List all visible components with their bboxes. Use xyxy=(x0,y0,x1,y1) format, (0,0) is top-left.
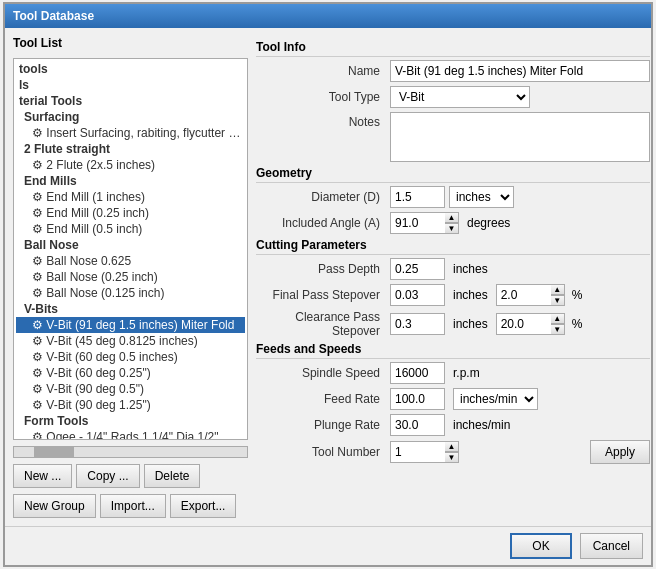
new-button[interactable]: New ... xyxy=(13,464,72,488)
final-pass-row: Final Pass Stepover inches ▲ ▼ % xyxy=(256,284,650,306)
final-pass-pct-input[interactable] xyxy=(496,284,551,306)
final-pass-pct-up-btn[interactable]: ▲ xyxy=(551,284,565,295)
feeds-section: Feeds and Speeds xyxy=(256,342,650,359)
clearance-pct-input[interactable] xyxy=(496,313,551,335)
tool-num-down-btn[interactable]: ▼ xyxy=(445,452,459,463)
button-row-2: New Group Import... Export... xyxy=(13,494,248,518)
delete-button[interactable]: Delete xyxy=(144,464,201,488)
scrollbar-thumb xyxy=(34,447,74,457)
clearance-pct-label: % xyxy=(572,317,583,331)
item-2flute[interactable]: ⚙ 2 Flute (2x.5 inches) xyxy=(16,157,245,173)
item-ballnose0125[interactable]: ⚙ Ball Nose (0.125 inch) xyxy=(16,285,245,301)
tool-diagram: D A xyxy=(650,36,651,156)
tool-num-row: Tool Number ▲ ▼ Apply xyxy=(256,440,650,464)
item-vbit60-025[interactable]: ⚙ V-Bit (60 deg 0.25") xyxy=(16,365,245,381)
group-tools: tools xyxy=(16,61,245,77)
group-ballnose[interactable]: Ball Nose xyxy=(16,237,245,253)
item-endmill1[interactable]: ⚙ End Mill (1 inches) xyxy=(16,189,245,205)
clearance-unit: inches xyxy=(453,317,488,331)
horizontal-scrollbar[interactable] xyxy=(13,446,248,458)
pass-depth-unit: inches xyxy=(453,262,488,276)
diameter-label: Diameter (D) xyxy=(256,190,386,204)
plunge-input[interactable] xyxy=(390,414,445,436)
left-panel: Tool List tools ls terial Tools Surfacin… xyxy=(13,36,248,518)
item-ogee[interactable]: ⚙ Ogee - 1/4" Rads 1 1/4" Dia 1/2" Deep xyxy=(16,429,245,440)
item-vbit91[interactable]: ⚙ V-Bit (91 deg 1.5 inches) Miter Fold xyxy=(16,317,245,333)
tool-list[interactable]: tools ls terial Tools Surfacing ⚙ Insert… xyxy=(13,58,248,440)
angle-input[interactable] xyxy=(390,212,445,234)
notes-row: Notes xyxy=(256,112,650,162)
group-2flute[interactable]: 2 Flute straight xyxy=(16,141,245,157)
main-content: Tool Info Name Tool Type V-Bit End Mill … xyxy=(256,36,651,468)
item-vbit90-05[interactable]: ⚙ V-Bit (90 deg 0.5") xyxy=(16,381,245,397)
tool-num-spinbox: ▲ ▼ xyxy=(390,441,459,463)
item-surfacing[interactable]: ⚙ Insert Surfacing, rabiting, flycutter … xyxy=(16,125,245,141)
final-pass-pct-down-btn[interactable]: ▼ xyxy=(551,295,565,306)
apply-button[interactable]: Apply xyxy=(590,440,650,464)
clearance-pct-down-btn[interactable]: ▼ xyxy=(551,324,565,335)
item-endmill025[interactable]: ⚙ End Mill (0.25 inch) xyxy=(16,205,245,221)
feed-rate-input[interactable] xyxy=(390,388,445,410)
cutting-section: Cutting Parameters xyxy=(256,238,650,255)
group-formtools[interactable]: Form Tools xyxy=(16,413,245,429)
clearance-pct-up-btn[interactable]: ▲ xyxy=(551,313,565,324)
final-pass-pct-spinbox: ▲ ▼ xyxy=(496,284,565,306)
cancel-button[interactable]: Cancel xyxy=(580,533,643,559)
spindle-input[interactable] xyxy=(390,362,445,384)
tool-num-label: Tool Number xyxy=(256,445,386,459)
notes-textarea[interactable] xyxy=(390,112,650,162)
final-pass-unit: inches xyxy=(453,288,488,302)
tool-database-dialog: Tool Database Tool List tools ls terial … xyxy=(3,2,653,567)
clearance-input[interactable] xyxy=(390,313,445,335)
group-endmills[interactable]: End Mills xyxy=(16,173,245,189)
feed-rate-unit-select[interactable]: inches/min mm/min xyxy=(453,388,538,410)
button-row-1: New ... Copy ... Delete xyxy=(13,464,248,488)
diameter-input[interactable] xyxy=(390,186,445,208)
item-endmill05[interactable]: ⚙ End Mill (0.5 inch) xyxy=(16,221,245,237)
group-vbits[interactable]: V-Bits xyxy=(16,301,245,317)
ok-button[interactable]: OK xyxy=(510,533,571,559)
pass-depth-row: Pass Depth inches xyxy=(256,258,650,280)
clearance-row: Clearance Pass Stepover inches ▲ ▼ % xyxy=(256,310,650,338)
right-panel: Tool Info Name Tool Type V-Bit End Mill … xyxy=(256,36,651,518)
copy-button[interactable]: Copy ... xyxy=(76,464,139,488)
angle-label: Included Angle (A) xyxy=(256,216,386,230)
tool-num-up-btn[interactable]: ▲ xyxy=(445,441,459,452)
final-pass-label: Final Pass Stepover xyxy=(256,288,386,302)
item-vbit60-05[interactable]: ⚙ V-Bit (60 deg 0.5 inches) xyxy=(16,349,245,365)
angle-up-btn[interactable]: ▲ xyxy=(445,212,459,223)
final-pass-input[interactable] xyxy=(390,284,445,306)
item-vbit45[interactable]: ⚙ V-Bit (45 deg 0.8125 inches) xyxy=(16,333,245,349)
item-label: ⚙ Insert Surfacing, rabiting, flycutter … xyxy=(32,126,245,140)
diameter-unit-select[interactable]: inches mm xyxy=(449,186,514,208)
item-ballnose625[interactable]: ⚙ Ball Nose 0.625 xyxy=(16,253,245,269)
group-surfacing[interactable]: Surfacing xyxy=(16,109,245,125)
clearance-label: Clearance Pass Stepover xyxy=(256,310,386,338)
angle-down-btn[interactable]: ▼ xyxy=(445,223,459,234)
pass-depth-label: Pass Depth xyxy=(256,262,386,276)
name-input[interactable] xyxy=(390,60,650,82)
tool-info-section: Tool Info xyxy=(256,40,650,57)
clearance-pct-spinbox: ▲ ▼ xyxy=(496,313,565,335)
new-group-button[interactable]: New Group xyxy=(13,494,96,518)
item-ballnose025[interactable]: ⚙ Ball Nose (0.25 inch) xyxy=(16,269,245,285)
tool-list-label: Tool List xyxy=(13,36,248,50)
pass-depth-input[interactable] xyxy=(390,258,445,280)
plunge-unit: inches/min xyxy=(453,418,510,432)
tool-num-input[interactable] xyxy=(390,441,445,463)
plunge-row: Plunge Rate inches/min xyxy=(256,414,650,436)
diameter-row: Diameter (D) inches mm xyxy=(256,186,650,208)
group-material: terial Tools xyxy=(16,93,245,109)
notes-label: Notes xyxy=(256,112,386,129)
name-row: Name xyxy=(256,60,650,82)
type-row: Tool Type V-Bit End Mill Ball Nose Form … xyxy=(256,86,650,108)
angle-row: Included Angle (A) ▲ ▼ degrees xyxy=(256,212,650,234)
export-button[interactable]: Export... xyxy=(170,494,237,518)
import-button[interactable]: Import... xyxy=(100,494,166,518)
name-label: Name xyxy=(256,64,386,78)
form-area: Tool Info Name Tool Type V-Bit End Mill … xyxy=(256,36,650,468)
tool-type-select[interactable]: V-Bit End Mill Ball Nose Form Tool xyxy=(390,86,530,108)
feed-rate-label: Feed Rate xyxy=(256,392,386,406)
item-vbit90-125[interactable]: ⚙ V-Bit (90 deg 1.25") xyxy=(16,397,245,413)
geometry-section: Geometry xyxy=(256,166,650,183)
